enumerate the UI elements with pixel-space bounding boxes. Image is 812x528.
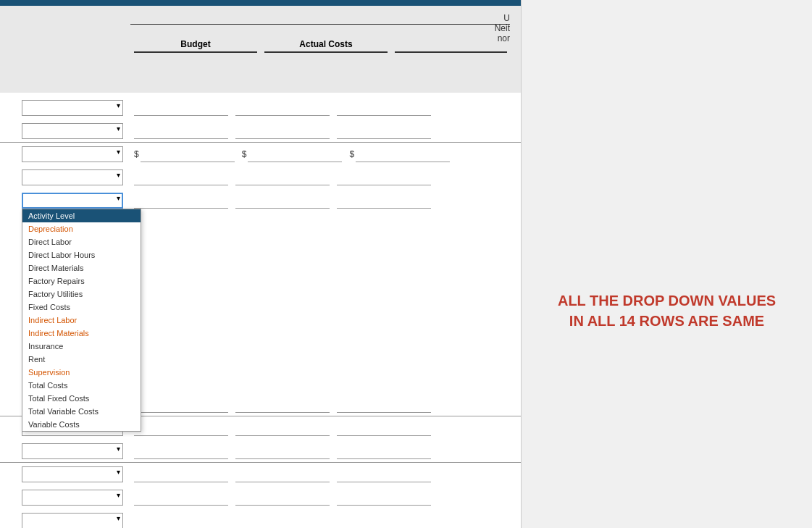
dropdown-item-total-fixed-costs[interactable]: Total Fixed Costs — [22, 392, 141, 405]
row-8-select-wrapper[interactable] — [22, 443, 123, 459]
row-1-actual-input[interactable] — [235, 100, 330, 116]
row-11-select[interactable] — [22, 513, 123, 529]
row-4-budget-cell — [134, 169, 228, 185]
row-3-select-wrapper[interactable] — [22, 146, 123, 162]
row-9-select[interactable] — [22, 466, 123, 482]
row-7-budget-input[interactable] — [134, 420, 228, 436]
dropdown-item-factory-utilities[interactable]: Factory Utilities — [22, 288, 141, 301]
table-area: $ $ $ — [0, 93, 521, 528]
row-11-variance-input[interactable] — [337, 513, 431, 529]
row-2-select-wrapper[interactable] — [22, 123, 123, 139]
dropdown-item-direct-labor-hours[interactable]: Direct Labor Hours — [22, 248, 141, 261]
row-4-select[interactable] — [22, 169, 123, 185]
dropdown-item-total-costs[interactable]: Total Costs — [22, 379, 141, 392]
row-10-actual-input[interactable] — [235, 490, 330, 506]
row-2-variance-input[interactable] — [337, 123, 431, 139]
row-8-actual-cell — [235, 443, 330, 459]
row-2-actual-input[interactable] — [235, 123, 330, 139]
dropdown-item-direct-labor[interactable]: Direct Labor — [22, 235, 141, 248]
row-9-variance-cell — [337, 466, 431, 482]
row-10-variance-input[interactable] — [337, 490, 431, 506]
row-8-select[interactable] — [22, 443, 123, 459]
row-11-actual-input[interactable] — [235, 513, 330, 529]
row-5-actual-input[interactable] — [235, 193, 330, 209]
dropdown-item-activity-level[interactable]: Activity Level — [22, 209, 141, 222]
row-7-budget-cell — [134, 420, 228, 436]
note-text: ALL THE DROP DOWN VALUES IN ALL 14 ROWS … — [551, 290, 783, 331]
dropdown-item-total-variable-costs[interactable]: Total Variable Costs — [22, 405, 141, 418]
row-8-actual-input[interactable] — [235, 443, 330, 459]
row-1-actual-cell — [235, 100, 330, 116]
dropdown-menu: Activity Level Depreciation Direct Labor… — [22, 209, 141, 432]
row-5-variance-cell — [337, 193, 431, 209]
table-row-open: Activity Level Depreciation Direct Labor… — [0, 189, 521, 212]
dollar-sign: $ — [349, 149, 354, 159]
top-bar — [0, 0, 521, 6]
row-10-select[interactable] — [22, 490, 123, 506]
row-11-variance-cell — [337, 513, 431, 529]
row-8-budget-input[interactable] — [134, 443, 228, 459]
row-10-variance-cell — [337, 490, 431, 506]
row-11-dropdown-cell — [0, 513, 134, 529]
row-4-select-wrapper[interactable] — [22, 169, 123, 185]
row-1-select[interactable] — [22, 100, 123, 116]
table-row — [0, 440, 521, 463]
dollar-sign: $ — [242, 149, 247, 159]
row-3-actual-input[interactable] — [248, 146, 342, 162]
row-1-budget-input[interactable] — [134, 100, 228, 116]
right-col-header: U Neit nor — [495, 13, 510, 43]
row-9-select-wrapper[interactable] — [22, 466, 123, 482]
row-9-budget-input[interactable] — [134, 466, 228, 482]
sidebar-right: ALL THE DROP DOWN VALUES IN ALL 14 ROWS … — [522, 0, 812, 528]
dropdown-item-fixed-costs[interactable]: Fixed Costs — [22, 301, 141, 314]
row-2-budget-input[interactable] — [134, 123, 228, 139]
row-11-budget-input[interactable] — [134, 513, 228, 529]
row-4-actual-input[interactable] — [235, 169, 330, 185]
row-7-variance-input[interactable] — [337, 420, 431, 436]
row-1-variance-input[interactable] — [337, 100, 431, 116]
variance-col-header — [395, 49, 507, 53]
row-8-variance-input[interactable] — [337, 443, 431, 459]
row-5-select[interactable] — [22, 193, 123, 209]
dropdown-item-factory-repairs[interactable]: Factory Repairs — [22, 275, 141, 288]
table-row — [0, 463, 521, 486]
row-7-actual-input[interactable] — [235, 420, 330, 436]
row-11-select-wrapper[interactable] — [22, 513, 123, 529]
row-10-actual-cell — [235, 490, 330, 506]
actual-costs-col-header: Actual Costs — [264, 39, 388, 53]
dropdown-item-rent[interactable]: Rent — [22, 353, 141, 366]
dollar-sign: $ — [134, 149, 139, 159]
dropdown-item-insurance[interactable]: Insurance — [22, 340, 141, 353]
dropdown-item-supervision[interactable]: Supervision — [22, 366, 141, 379]
row-6-variance-input[interactable] — [337, 397, 431, 413]
row-2-select[interactable] — [22, 123, 123, 139]
row-5-actual-cell — [235, 193, 330, 209]
row-10-budget-input[interactable] — [134, 490, 228, 506]
row-1-select-wrapper[interactable] — [22, 100, 123, 116]
row-9-actual-input[interactable] — [235, 466, 330, 482]
dropdown-item-direct-materials[interactable]: Direct Materials — [22, 261, 141, 275]
row-4-budget-input[interactable] — [134, 169, 228, 185]
header-title-line — [130, 24, 510, 25]
row-3-select[interactable] — [22, 146, 123, 162]
row-6-actual-input[interactable] — [235, 397, 330, 413]
dropdown-item-variable-costs[interactable]: Variable Costs — [22, 418, 141, 431]
row-4-variance-input[interactable] — [337, 169, 431, 185]
row-3-variance-cell: $ — [349, 146, 450, 162]
row-5-budget-input[interactable] — [134, 193, 228, 209]
row-6-budget-input[interactable] — [134, 397, 228, 413]
row-11-actual-cell — [235, 513, 330, 529]
row-10-budget-cell — [134, 490, 228, 506]
row-10-select-wrapper[interactable] — [22, 490, 123, 506]
row-6-actual-cell — [235, 397, 330, 413]
dropdown-item-indirect-labor[interactable]: Indirect Labor — [22, 314, 141, 327]
row-3-variance-input[interactable] — [356, 146, 450, 162]
row-3-budget-input[interactable] — [141, 146, 235, 162]
dropdown-item-depreciation[interactable]: Depreciation — [22, 222, 141, 235]
dropdown-item-indirect-materials[interactable]: Indirect Materials — [22, 327, 141, 340]
row-5-variance-input[interactable] — [337, 193, 431, 209]
row-9-variance-input[interactable] — [337, 466, 431, 482]
row-5-select-wrapper[interactable]: Activity Level Depreciation Direct Labor… — [22, 193, 123, 209]
row-9-actual-cell — [235, 466, 330, 482]
row-2-actual-cell — [235, 123, 330, 139]
